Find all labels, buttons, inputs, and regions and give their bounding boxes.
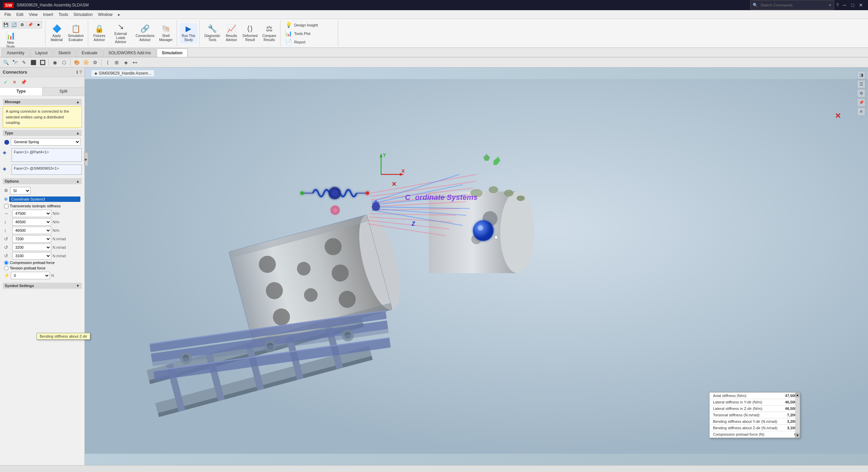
torsional-input[interactable]: 7200 [12,235,51,243]
sec-tool10[interactable]: ⚙ [91,58,99,67]
quick-options-btn[interactable]: ⚙ [18,21,26,29]
options-section-header[interactable]: Options ▲ [3,178,82,184]
confirm-button[interactable]: ✓ [2,78,9,86]
preload-input[interactable]: 0 [11,272,50,279]
simulation-evaluator-button[interactable]: 📋 Simulation Evaluator [66,23,86,43]
fixtures-group: 🔒 Fixtures Advisor ↘ External Loads Advi… [89,20,177,46]
sec-tool13[interactable]: ◈ [122,58,130,67]
search-dropdown-icon[interactable]: ▼ [828,3,832,7]
menu-tools[interactable]: Tools [56,11,71,18]
panel-info-icon[interactable]: ℹ [76,70,78,75]
right-btn2[interactable]: ☰ [857,80,865,88]
new-study-button[interactable]: 📊 New Study [2,30,19,48]
quick-btn4[interactable]: 📌 [26,21,34,29]
sec-tool5[interactable]: 🔲 [38,58,46,67]
split-tab[interactable]: Split [42,88,84,96]
type-section-header[interactable]: Type ▲ [3,130,82,136]
connections-button[interactable]: 🔗 Connections Advisor [134,23,157,43]
sec-tool11[interactable]: ⟨ [103,58,112,67]
axial-stiffness-input[interactable]: 47500 [12,210,51,217]
menu-view[interactable]: View [26,11,40,18]
panel-help-icon[interactable]: ? [79,70,82,75]
minimize-btn[interactable]: ─ [841,1,848,9]
close-btn[interactable]: ✕ [857,1,865,9]
table-row: Bending stiffness about Z-dir (N.m/rad):… [710,425,800,431]
face2-input[interactable]: Face<2> @SIM009653<1> [12,165,82,175]
symbol-settings-header[interactable]: Symbol Settings ▼ [3,283,82,289]
tab-assembly[interactable]: Assembly [2,49,30,57]
quick-btn5[interactable]: ★ [35,21,42,29]
sec-tool12[interactable]: ⊞ [113,58,121,67]
lateral-y-label: Lateral stiffness in Y-dir (N/m): [710,399,782,405]
menu-insert[interactable]: Insert [40,11,56,18]
design-insight-button[interactable]: 💡 Design Insight [283,21,336,29]
unit-dropdown[interactable]: SI [10,187,31,194]
run-study-button[interactable]: ▶ Run This Study [180,23,197,43]
sec-tool9[interactable]: 🔆 [82,58,90,67]
sec-tool1[interactable]: 🔍 [2,58,10,67]
quick-save-btn[interactable]: 💾 [2,21,9,29]
bending-z-input[interactable]: 3100 [12,252,51,260]
right-btn4[interactable]: 📌 [857,98,865,107]
maximize-btn[interactable]: □ [849,1,856,9]
viewport[interactable]: ◈ SIM009629_Handle Assem... [85,68,868,465]
menu-window[interactable]: Window [95,11,115,18]
lateral-y-input[interactable]: 46500 [12,218,51,226]
pin-button[interactable]: 📌 [20,78,27,86]
tab-solidworks-addins[interactable]: SOLIDWORKS Add-Ins [103,49,156,57]
table-row: Lateral stiffness in Z-dir (N/m): 46,500 [710,405,800,412]
compare-icon: ⚖ [266,24,273,33]
statusbar [0,465,868,472]
results-button[interactable]: 📈 Results Advisor [223,23,240,43]
sec-tool3[interactable]: ✎ [20,58,28,67]
svg-point-40 [366,191,369,195]
bending-y-input[interactable]: 3200 [12,244,51,251]
win-controls: ─ □ ✕ [841,1,865,9]
scroll-up-btn[interactable]: ▲ [795,393,800,397]
cancel-button[interactable]: ✕ [11,78,18,86]
face1-input[interactable]: Face<1> @Part4<1> [12,148,82,162]
menu-file[interactable]: File [2,11,14,18]
sec-tool14[interactable]: ⊷ [131,58,139,67]
tab-evaluate[interactable]: Evaluate [77,49,103,57]
sec-tool2[interactable]: 🔭 [11,58,19,67]
panel-content: Message ▲ A spring connector is connecte… [0,96,84,465]
tension-radio[interactable] [4,266,8,270]
right-btn1[interactable]: ◨ [857,71,865,79]
compare-button[interactable]: ⚖ Compare Results [260,23,278,43]
sec-tool6[interactable]: ◉ [51,58,59,67]
diagnostic-button[interactable]: 🔧 Diagnostic Tools [202,23,223,43]
fixtures-advisor-button[interactable]: 🔒 Fixtures Advisor [91,23,108,43]
tools-plot-button[interactable]: 📊 Tools Plot [283,30,336,37]
right-btn3[interactable]: ⚙ [857,89,865,97]
type-dropdown[interactable]: General Spring [11,138,80,146]
menu-simulation[interactable]: Simulation [71,11,95,18]
external-loads-button[interactable]: ↘ External Loads Advisor [109,21,133,45]
message-section-header[interactable]: Message ▲ [3,99,82,105]
tab-simulation[interactable]: Simulation [157,49,188,57]
menu-more[interactable]: ▸ [115,11,123,18]
transversely-isotropic-checkbox[interactable] [4,204,8,208]
tab-layout[interactable]: Layout [30,49,53,57]
sec-tool7[interactable]: ⬡ [60,58,68,67]
sec-tool4[interactable]: ⬛ [29,58,37,67]
compression-radio[interactable] [4,261,8,265]
coordinate-system-selector[interactable]: Coordinate System3 [9,196,80,202]
menu-edit[interactable]: Edit [14,11,26,18]
deformed-button[interactable]: ⟨⟩ Deformed Result [240,23,259,43]
search-input[interactable] [759,1,827,9]
collapse-panel-arrow[interactable]: ▶ [84,152,88,166]
report-button[interactable]: 📄 Report [283,38,336,46]
tab-sketch[interactable]: Sketch [53,49,76,57]
help-icon[interactable]: ? [836,2,839,8]
type-tab[interactable]: Type [0,88,42,96]
scroll-down-btn[interactable]: ▼ [795,433,800,438]
quick-rebuild-btn[interactable]: 🔄 [10,21,18,29]
right-btn5[interactable]: ✕ [857,108,865,116]
sec-tool8[interactable]: 🎨 [73,58,81,67]
apply-material-button[interactable]: 🔷 Apply Material [48,23,65,43]
fixtures-label: Fixtures Advisor [93,34,105,42]
shell-manager-button[interactable]: 🐚 Shell Manager [157,23,174,43]
lateral-z-input[interactable]: 46500 [12,227,51,234]
close-viewport-btn[interactable]: ✕ [835,112,841,120]
